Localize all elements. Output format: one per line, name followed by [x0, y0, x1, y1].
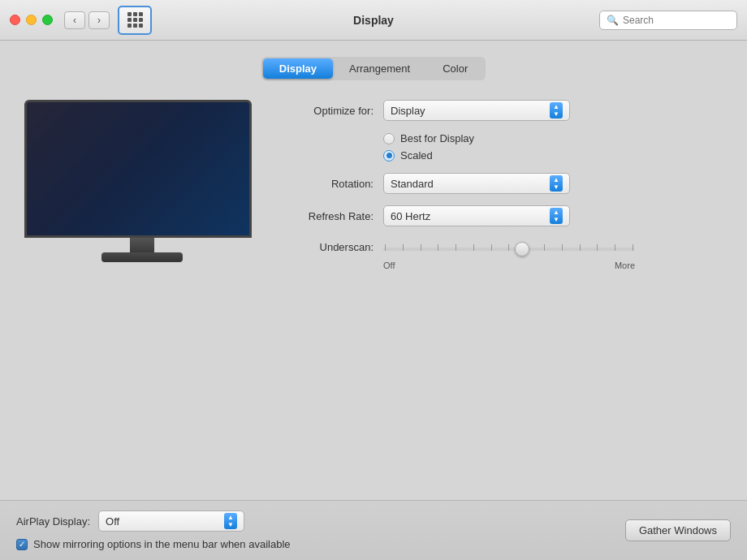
tab-display[interactable]: Display: [263, 58, 333, 79]
monitor-screen: [24, 100, 252, 238]
minimize-button[interactable]: [26, 15, 37, 25]
underscan-label: Underscan:: [284, 241, 374, 253]
monitor-container: [24, 100, 260, 254]
tabs-row: Display Arrangement Color: [24, 57, 723, 80]
refresh-rate-label: Refresh Rate:: [284, 210, 374, 222]
optimize-row: Optimize for: Display ▲ ▼: [284, 100, 723, 121]
monitor-neck: [130, 238, 154, 252]
refresh-dropdown[interactable]: 60 Hertz ▲ ▼: [383, 205, 570, 226]
refresh-rate-row: Refresh Rate: 60 Hertz ▲ ▼: [284, 205, 723, 226]
underscan-slider-track[interactable]: [383, 248, 635, 251]
best-for-display-row[interactable]: Best for Display: [383, 132, 723, 144]
traffic-lights: [10, 15, 53, 25]
slider-labels: Off More: [383, 261, 635, 270]
tab-color[interactable]: Color: [426, 58, 484, 79]
scaled-row[interactable]: Scaled: [383, 149, 723, 162]
optimize-dropdown[interactable]: Display ▲ ▼: [383, 100, 570, 121]
scaled-radio[interactable]: [383, 150, 395, 162]
scaled-label: Scaled: [400, 149, 433, 162]
content-area: Optimize for: Display ▲ ▼ Best for Displ…: [24, 100, 723, 270]
monitor-graphic: [24, 100, 260, 254]
gather-windows-button[interactable]: Gather Windows: [625, 519, 731, 541]
optimize-arrows-icon: ▲ ▼: [550, 102, 563, 118]
monitor-base: [101, 252, 183, 262]
close-button[interactable]: [10, 15, 20, 25]
airplay-label: AirPlay Display:: [16, 515, 90, 528]
airplay-value: Off: [106, 515, 119, 528]
grid-view-button[interactable]: [118, 6, 152, 35]
optimize-label: Optimize for:: [284, 105, 374, 117]
mirroring-checkbox-row[interactable]: ✓ Show mirroring options in the menu bar…: [16, 538, 291, 550]
underscan-slider-thumb[interactable]: [515, 242, 529, 256]
resolution-options: Best for Display Scaled: [383, 132, 723, 162]
search-box[interactable]: 🔍: [599, 11, 737, 30]
rotation-arrows-icon: ▲ ▼: [550, 175, 563, 192]
search-input[interactable]: [623, 15, 730, 26]
underscan-row: Underscan: Off More: [284, 238, 723, 270]
airplay-row: AirPlay Display: Off ▲ ▼: [16, 510, 291, 532]
rotation-label: Rotation:: [284, 178, 374, 190]
rotation-row: Rotation: Standard ▲ ▼: [284, 173, 723, 194]
slider-more-label: More: [615, 261, 635, 270]
airplay-arrows-icon: ▲ ▼: [224, 513, 237, 529]
mirroring-label: Show mirroring options in the menu bar w…: [33, 538, 291, 550]
tabs-group: Display Arrangement Color: [261, 57, 486, 80]
best-for-display-radio[interactable]: [383, 133, 395, 144]
underscan-slider-container: Off More: [383, 241, 635, 270]
airplay-dropdown[interactable]: Off ▲ ▼: [98, 510, 244, 532]
refresh-value: 60 Hertz: [391, 210, 430, 222]
nav-buttons: ‹ ›: [64, 11, 110, 29]
main-content: Display Arrangement Color Optimize for: …: [0, 41, 747, 286]
checkmark-icon: ✓: [19, 541, 25, 549]
search-icon: 🔍: [607, 15, 619, 26]
refresh-arrows-icon: ▲ ▼: [550, 208, 563, 224]
settings-panel: Optimize for: Display ▲ ▼ Best for Displ…: [284, 100, 723, 270]
back-button[interactable]: ‹: [64, 11, 85, 29]
rotation-value: Standard: [391, 178, 434, 190]
scaled-radio-indicator: [386, 153, 392, 158]
grid-icon: [127, 12, 143, 28]
optimize-value: Display: [391, 105, 425, 117]
rotation-dropdown[interactable]: Standard ▲ ▼: [383, 173, 570, 194]
window-title: Display: [353, 14, 394, 27]
titlebar: ‹ › Display 🔍: [0, 0, 747, 41]
best-for-display-label: Best for Display: [400, 132, 474, 144]
maximize-button[interactable]: [42, 15, 53, 25]
slider-off-label: Off: [383, 261, 395, 270]
tab-arrangement[interactable]: Arrangement: [333, 58, 426, 79]
bottom-bar: AirPlay Display: Off ▲ ▼ ✓ Show mirrorin…: [0, 500, 747, 560]
slider-ticks: [383, 244, 635, 251]
forward-button[interactable]: ›: [89, 11, 110, 29]
mirroring-checkbox[interactable]: ✓: [16, 539, 28, 550]
